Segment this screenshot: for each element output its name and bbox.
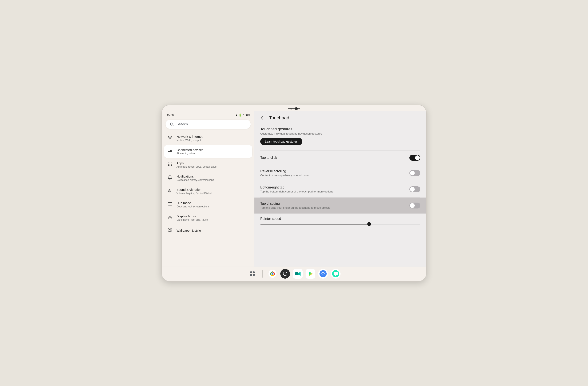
back-button[interactable] — [260, 115, 265, 121]
svg-point-11 — [168, 165, 169, 166]
wifi-icon: ▾ — [236, 113, 237, 117]
svg-rect-15 — [168, 202, 172, 205]
sound-sub: Volume, haptics, Do Not Disturb — [176, 192, 212, 195]
panel-header: Touchpad — [254, 111, 426, 124]
svg-rect-40 — [295, 272, 298, 275]
svg-point-5 — [168, 162, 169, 163]
hub-mode-text: Hub mode Dock and lock screen options — [176, 201, 210, 208]
volume-nav-icon — [167, 188, 173, 194]
settings-icon — [319, 270, 327, 277]
pointer-speed-thumb[interactable] — [367, 222, 371, 226]
bottom-right-tap-text: Bottom-right tap Tap the bottom right co… — [260, 185, 409, 193]
display-sub: Dark theme, font size, touch — [176, 218, 208, 221]
display-text: Display & touch Dark theme, font size, t… — [176, 214, 208, 221]
sidebar-item-wallpaper[interactable]: Wallpaper & style — [164, 225, 252, 236]
panel-scroll: Touchpad gestures Customize individual t… — [254, 124, 426, 267]
grid-dot-3 — [250, 274, 252, 276]
grid-dot-1 — [250, 271, 252, 273]
svg-point-0 — [170, 123, 173, 125]
tap-dragging-text: Tap dragging Tap and drag your finger on… — [260, 202, 409, 209]
svg-point-10 — [171, 164, 172, 165]
apps-grid-icon — [250, 271, 255, 276]
svg-point-36 — [272, 273, 273, 275]
screentime-icon — [282, 271, 288, 277]
taskbar-apps — [248, 269, 340, 279]
gestures-section: Touchpad gestures Customize individual t… — [260, 124, 420, 151]
hub-mode-title: Hub mode — [176, 201, 210, 205]
bottom-right-tap-toggle[interactable] — [409, 186, 420, 192]
device-frame: 15:00 ▾ 🔋 100% Search — [161, 105, 427, 282]
search-icon — [170, 122, 174, 126]
screentime-taskbar-icon[interactable] — [280, 269, 290, 279]
bottom-right-tap-knob — [410, 187, 415, 192]
messages-taskbar-icon[interactable] — [331, 269, 340, 279]
reverse-scrolling-toggle[interactable] — [409, 170, 420, 176]
apps-grid-button[interactable] — [248, 269, 257, 279]
meet-icon — [294, 270, 301, 277]
reverse-scrolling-item: Reverse scrolling Content moves up when … — [260, 165, 420, 181]
tap-to-click-item: Tap to click — [260, 151, 420, 165]
wallpaper-title: Wallpaper & style — [176, 229, 201, 232]
tap-dragging-sub: Tap and drag your finger on the touchpad… — [260, 206, 409, 209]
bell-nav-icon — [167, 175, 173, 181]
notifications-sub: Notification history, conversations — [176, 179, 214, 182]
play-taskbar-icon[interactable] — [306, 269, 315, 279]
learn-gestures-button[interactable]: Learn touchpad gestures — [260, 138, 302, 145]
sidebar-item-notifications[interactable]: Notifications Notification history, conv… — [164, 172, 252, 184]
sidebar-item-hub-mode[interactable]: Hub mode Dock and lock screen options — [164, 198, 252, 211]
svg-line-25 — [168, 218, 169, 219]
bottom-right-tap-sub: Tap the bottom right corner of the touch… — [260, 190, 409, 193]
notifications-text: Notifications Notification history, conv… — [176, 175, 214, 182]
pointer-speed-track[interactable] — [260, 224, 420, 224]
tap-dragging-toggle[interactable] — [409, 203, 420, 208]
tap-to-click-title: Tap to click — [260, 156, 409, 160]
bottom-right-tap-title: Bottom-right tap — [260, 185, 409, 189]
svg-point-7 — [171, 162, 172, 163]
taskbar-divider — [262, 270, 263, 278]
svg-line-22 — [171, 218, 171, 219]
svg-point-13 — [171, 165, 172, 166]
tap-dragging-knob — [410, 203, 415, 208]
notifications-title: Notifications — [176, 175, 214, 178]
sidebar-item-apps[interactable]: Apps Assistant, recent apps, default app… — [164, 158, 252, 171]
meet-taskbar-icon[interactable] — [293, 269, 303, 279]
svg-rect-3 — [168, 150, 170, 151]
pointer-speed-fill — [260, 224, 369, 224]
tap-to-click-knob — [415, 155, 420, 160]
sidebar-item-sound[interactable]: Sound & vibration Volume, haptics, Do No… — [164, 185, 252, 198]
connected-devices-sub: Bluetooth, pairing — [176, 152, 203, 155]
sidebar-item-network[interactable]: Network & internet Mobile, Wi-Fi, hotspo… — [164, 132, 252, 145]
search-bar[interactable]: Search — [166, 120, 251, 129]
nav-list: Network & internet Mobile, Wi-Fi, hotspo… — [162, 132, 254, 267]
devices-nav-icon — [167, 149, 173, 154]
battery-icon: 🔋 — [239, 114, 242, 117]
play-icon — [307, 270, 314, 277]
reverse-scrolling-text: Reverse scrolling Content moves up when … — [260, 169, 409, 177]
reverse-scrolling-title: Reverse scrolling — [260, 169, 409, 173]
messages-icon — [332, 270, 339, 277]
gestures-title: Touchpad gestures — [260, 127, 420, 131]
sidebar-item-connected-devices[interactable]: Connected devices Bluetooth, pairing — [164, 145, 252, 158]
tap-dragging-title: Tap dragging — [260, 202, 409, 205]
sidebar: 15:00 ▾ 🔋 100% Search — [162, 111, 254, 267]
settings-taskbar-icon[interactable] — [318, 269, 328, 279]
bottom-right-tap-item: Bottom-right tap Tap the bottom right co… — [260, 181, 420, 198]
sound-text: Sound & vibration Volume, haptics, Do No… — [176, 188, 212, 195]
grid-dot-2 — [253, 271, 255, 273]
brightness-nav-icon — [167, 215, 173, 221]
display-title: Display & touch — [176, 214, 208, 218]
apps-nav-icon — [167, 162, 173, 168]
right-panel: Touchpad Touchpad gestures Customize ind… — [254, 111, 426, 267]
network-title: Network & internet — [176, 135, 202, 138]
network-text: Network & internet Mobile, Wi-Fi, hotspo… — [176, 135, 202, 142]
sidebar-item-display[interactable]: Display & touch Dark theme, font size, t… — [164, 211, 252, 224]
apps-sub: Assistant, recent apps, default apps — [176, 165, 216, 168]
chrome-taskbar-icon[interactable] — [268, 269, 277, 279]
svg-point-6 — [169, 162, 170, 163]
panel-title: Touchpad — [269, 115, 289, 121]
tap-to-click-toggle[interactable] — [409, 155, 420, 161]
svg-point-18 — [169, 217, 170, 218]
svg-line-21 — [168, 216, 169, 216]
svg-point-8 — [168, 164, 169, 165]
monitor-nav-icon — [167, 202, 173, 207]
